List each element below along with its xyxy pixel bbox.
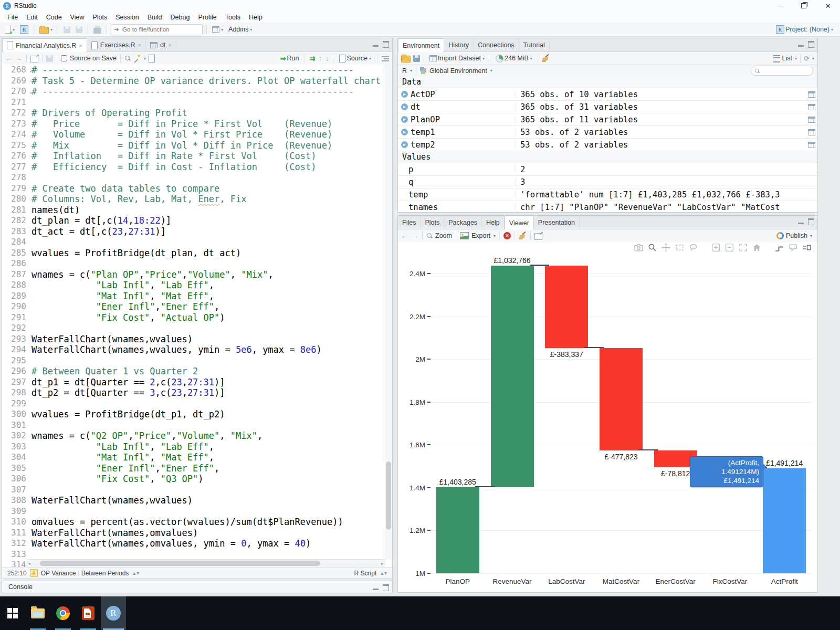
bar-MatCostVar[interactable]: [600, 348, 643, 450]
project-selector[interactable]: R Project: (None)▾: [774, 24, 835, 35]
close-button[interactable]: ✕: [816, 0, 840, 12]
viewer-zoom-button[interactable]: Zoom: [435, 232, 452, 239]
editor-horizontal-scrollbar[interactable]: ◂▸: [26, 559, 385, 567]
source-on-save-checkbox[interactable]: [61, 55, 67, 61]
tab-viewer[interactable]: Viewer: [505, 216, 534, 229]
goto-file-input[interactable]: [121, 26, 192, 33]
viewer-back-icon[interactable]: ←: [401, 232, 408, 240]
menu-profile[interactable]: Profile: [194, 13, 220, 22]
viewer-popout-icon[interactable]: [534, 233, 542, 240]
list-view-button[interactable]: List: [782, 55, 792, 62]
view-data-button[interactable]: [806, 129, 817, 135]
viewer-zoom-icon[interactable]: [426, 233, 433, 239]
env-object-row[interactable]: temp'formattable' num [1:7] £1,403,285 £…: [398, 188, 817, 201]
env-object-row[interactable]: tnameschr [1:7] "PlanOP" "RevenueVar" "L…: [398, 201, 817, 212]
lasso-icon[interactable]: [689, 243, 698, 252]
load-workspace-icon[interactable]: [401, 56, 411, 62]
section-selector[interactable]: OP Variance : Between Periods: [41, 570, 129, 577]
code-tools-icon[interactable]: [133, 55, 141, 62]
env-object-row[interactable]: ▶temp153 obs. of 2 variables: [398, 126, 817, 139]
bar-RevenueVar[interactable]: [491, 266, 534, 487]
zoom-out-icon[interactable]: [725, 243, 734, 252]
menu-tools[interactable]: Tools: [221, 13, 245, 22]
compile-report-icon[interactable]: [149, 55, 155, 62]
console-maximize-icon[interactable]: [383, 584, 389, 591]
env-maximize-icon[interactable]: [808, 41, 814, 48]
menu-help[interactable]: Help: [245, 13, 267, 22]
env-minimize-icon[interactable]: [798, 43, 804, 47]
addins-button[interactable]: Addins▾: [227, 25, 254, 34]
expand-object-icon[interactable]: ▶: [401, 116, 408, 123]
camera-icon[interactable]: [634, 243, 643, 252]
viewer-minimize-icon[interactable]: [798, 220, 804, 224]
publish-button[interactable]: Publish: [786, 232, 807, 239]
open-in-new-window-icon[interactable]: [30, 56, 38, 62]
taskbar-start-button[interactable]: [0, 596, 25, 630]
menu-edit[interactable]: Edit: [22, 13, 42, 22]
tab-files[interactable]: Files: [398, 216, 421, 229]
bar-ActProfit[interactable]: [763, 468, 806, 573]
forward-icon[interactable]: →: [15, 54, 23, 62]
run-next-chunk-icon[interactable]: ↓: [325, 54, 329, 62]
clear-viewer-icon[interactable]: [519, 232, 527, 239]
open-file-button[interactable]: ▾: [38, 24, 54, 35]
tab-dt[interactable]: dt×: [146, 39, 176, 51]
spike-lines-icon[interactable]: [775, 243, 784, 252]
code-editor[interactable]: 268▾# ----------------------------------…: [2, 65, 392, 567]
expand-object-icon[interactable]: ▶: [401, 141, 408, 148]
close-tab-icon[interactable]: ×: [138, 42, 141, 48]
menu-build[interactable]: Build: [143, 13, 166, 22]
expand-object-icon[interactable]: ▶: [401, 129, 408, 135]
tab-plots[interactable]: Plots: [421, 216, 444, 229]
environment-selector[interactable]: Global Environment: [429, 67, 487, 75]
view-data-button[interactable]: [806, 104, 817, 110]
tab-presentation[interactable]: Presentation: [534, 216, 580, 229]
env-object-row[interactable]: p2: [398, 163, 817, 176]
view-data-button[interactable]: [806, 117, 817, 123]
import-dataset-button[interactable]: Import Dataset▾: [428, 54, 486, 63]
save-workspace-icon[interactable]: [413, 55, 420, 62]
view-data-button[interactable]: [806, 142, 817, 148]
save-all-button[interactable]: [74, 25, 84, 34]
refresh-icon[interactable]: ⟳: [804, 55, 810, 62]
hover-compare-icon[interactable]: [802, 243, 811, 252]
language-selector[interactable]: R: [402, 67, 407, 75]
save-source-icon[interactable]: [46, 55, 53, 62]
pan-icon[interactable]: [662, 243, 670, 252]
home-icon[interactable]: [752, 243, 761, 252]
viewer-forward-icon[interactable]: →: [411, 232, 418, 240]
back-icon[interactable]: ←: [5, 54, 13, 62]
tab-tutorial[interactable]: Tutorial: [519, 39, 550, 51]
export-button[interactable]: Export: [471, 232, 490, 239]
expand-object-icon[interactable]: ▶: [401, 91, 408, 98]
menu-session[interactable]: Session: [111, 13, 143, 22]
minimize-button[interactable]: [768, 0, 792, 12]
bar-PlanOP[interactable]: [436, 487, 479, 573]
tab-environment[interactable]: Environment: [398, 38, 444, 52]
new-project-button[interactable]: R: [18, 24, 30, 35]
memory-usage-button[interactable]: 246 MiB▾: [494, 54, 534, 64]
remove-plot-icon[interactable]: ✕: [503, 232, 511, 239]
tab-help[interactable]: Help: [482, 216, 505, 229]
tab-financial-analytics-r[interactable]: Financial Analytics.R×: [2, 38, 87, 52]
run-prev-chunk-icon[interactable]: ↑: [318, 54, 322, 62]
run-button[interactable]: ➡ Run: [279, 54, 301, 64]
menu-plots[interactable]: Plots: [88, 13, 111, 22]
new-file-button[interactable]: ▾: [3, 25, 16, 35]
menu-code[interactable]: Code: [42, 13, 66, 22]
zoom-in-icon[interactable]: [711, 243, 720, 252]
viewer-maximize-icon[interactable]: [808, 218, 814, 225]
menu-file[interactable]: File: [3, 13, 22, 22]
taskbar-rstudio-button[interactable]: R: [101, 596, 126, 630]
menu-view[interactable]: View: [66, 13, 89, 22]
document-outline-icon[interactable]: [382, 56, 389, 62]
source-button[interactable]: Source▾: [338, 54, 373, 64]
zoom-icon[interactable]: [648, 243, 657, 252]
tab-history[interactable]: History: [444, 39, 474, 51]
fold-arrow-icon[interactable]: ▾: [29, 88, 32, 99]
taskbar-chrome-button[interactable]: [50, 596, 76, 630]
maximize-pane-icon[interactable]: [383, 41, 389, 48]
box-select-icon[interactable]: [675, 243, 684, 252]
env-object-row[interactable]: ▶PlanOP365 obs. of 11 variables: [398, 113, 817, 126]
restore-button[interactable]: [792, 0, 816, 12]
